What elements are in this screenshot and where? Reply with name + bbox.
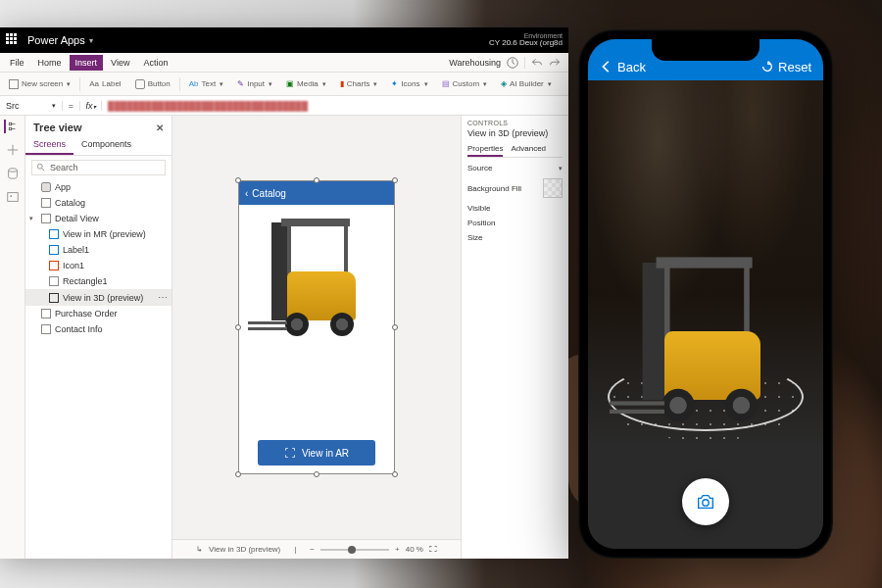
- ar-forklift-model[interactable]: [623, 249, 788, 427]
- app-launcher-icon[interactable]: [6, 33, 20, 47]
- tree-view-icon[interactable]: [4, 120, 18, 133]
- tree-node-mr[interactable]: View in MR (preview): [25, 226, 172, 242]
- formula-value[interactable]: ████████████████████████████████: [102, 101, 568, 111]
- label-button[interactable]: AaLabel: [84, 76, 125, 91]
- tree-node-3d[interactable]: View in 3D (preview)⋯: [25, 289, 172, 306]
- prop-bgfill[interactable]: Background Fill: [467, 178, 563, 198]
- svg-rect-0: [9, 122, 12, 125]
- menu-file[interactable]: File: [4, 55, 30, 71]
- tab-components[interactable]: Components: [74, 135, 139, 155]
- phone-mockup: Back Reset: [578, 29, 833, 559]
- title-bar: Power Apps ▾ Environment CY 20.6 Deux (o…: [0, 27, 568, 53]
- menu-action[interactable]: Action: [137, 55, 173, 71]
- aibuilder-dropdown[interactable]: ◈AI Builder▾: [496, 76, 557, 91]
- charts-dropdown[interactable]: ▮Charts▾: [335, 76, 383, 91]
- fx-label: fx▾: [80, 101, 102, 111]
- properties-pane: CONTROLS View in 3D (preview) Properties…: [461, 116, 568, 559]
- prop-position[interactable]: Position: [467, 219, 563, 227]
- prop-visible[interactable]: Visible: [467, 204, 563, 213]
- tree-node-catalog[interactable]: Catalog: [25, 195, 172, 211]
- tab-screens[interactable]: Screens: [25, 135, 74, 155]
- text-dropdown[interactable]: AbText▾: [184, 76, 228, 91]
- tab-properties[interactable]: Properties: [467, 142, 503, 157]
- formula-bar: Src▾ = fx▾ █████████████████████████████…: [0, 96, 568, 116]
- tree-node-detailview[interactable]: ▾Detail View: [25, 211, 172, 226]
- zoom-slider[interactable]: [320, 549, 389, 551]
- preview-title: Catalog: [252, 188, 285, 199]
- data-icon[interactable]: [6, 167, 20, 180]
- svg-point-5: [37, 164, 42, 169]
- back-chevron-icon[interactable]: ‹: [245, 188, 248, 199]
- redo-icon[interactable]: [549, 57, 561, 69]
- left-rail: [0, 116, 25, 559]
- canvas-area: ‹ Catalog View in AR: [172, 116, 461, 559]
- property-selector[interactable]: Src▾: [0, 101, 63, 111]
- reset-icon: [760, 60, 774, 74]
- search-icon: [36, 163, 46, 172]
- tree-node-po[interactable]: Purchase Order: [25, 306, 172, 321]
- zoom-value: 40 %: [406, 545, 423, 554]
- button-button[interactable]: Button: [130, 76, 175, 92]
- app-title: Warehousing: [449, 58, 501, 68]
- undo-icon[interactable]: [531, 57, 543, 69]
- icons-dropdown[interactable]: ✦Icons▾: [386, 76, 432, 91]
- back-button[interactable]: Back: [600, 60, 646, 74]
- camera-icon: [695, 491, 716, 513]
- svg-point-6: [703, 500, 709, 506]
- powerapps-studio-window: Power Apps ▾ Environment CY 20.6 Deux (o…: [0, 27, 568, 559]
- tree-node-rect1[interactable]: Rectangle1: [25, 273, 172, 289]
- zoom-out-button[interactable]: −: [310, 545, 315, 554]
- tree-node-icon1[interactable]: Icon1: [25, 258, 172, 273]
- more-icon[interactable]: ⋯: [158, 292, 168, 303]
- phone-notch: [652, 39, 760, 61]
- tree-view-pane: Tree view ✕ Screens Components Search Ap…: [25, 116, 172, 559]
- custom-dropdown[interactable]: ▤Custom▾: [437, 76, 493, 91]
- arrow-left-icon: [600, 60, 613, 74]
- media-dropdown[interactable]: ▣Media▾: [281, 76, 331, 91]
- controls-label: CONTROLS: [467, 120, 563, 126]
- chevron-down-icon[interactable]: ▾: [89, 36, 93, 45]
- insert-ribbon: New screen▾ AaLabel Button AbText▾ ✎Inpu…: [0, 73, 568, 96]
- menu-home[interactable]: Home: [32, 55, 68, 71]
- ar-icon: [284, 447, 296, 459]
- media-pane-icon[interactable]: [6, 190, 20, 204]
- insert-pane-icon[interactable]: [6, 143, 20, 157]
- app-name: Power Apps: [27, 34, 85, 46]
- shutter-button[interactable]: [682, 478, 729, 525]
- tree-node-contact[interactable]: Contact Info: [25, 321, 172, 337]
- menu-view[interactable]: View: [105, 55, 135, 71]
- menu-bar: File Home Insert View Action Warehousing: [0, 53, 568, 73]
- new-screen-button[interactable]: New screen▾: [4, 76, 75, 92]
- svg-point-4: [10, 195, 12, 197]
- svg-rect-3: [7, 193, 18, 202]
- preview-device[interactable]: ‹ Catalog View in AR: [238, 180, 395, 474]
- reset-button[interactable]: Reset: [760, 60, 811, 74]
- tree-view-title: Tree view: [33, 122, 82, 133]
- environment-picker[interactable]: Environment CY 20.6 Deux (org8d: [489, 32, 563, 48]
- environment-name: CY 20.6 Deux (org8d: [489, 39, 563, 48]
- canvas-statusbar: ↳ View in 3D (preview) | − + 40 % ⛶: [172, 539, 461, 559]
- prop-source[interactable]: Source▾: [467, 164, 563, 172]
- preview-appbar: ‹ Catalog: [239, 181, 394, 205]
- environment-label: Environment: [489, 32, 563, 40]
- search-input[interactable]: Search: [31, 160, 166, 175]
- input-dropdown[interactable]: ✎Input▾: [232, 76, 277, 91]
- view-in-ar-button[interactable]: View in AR: [258, 440, 375, 466]
- color-swatch[interactable]: [543, 178, 563, 198]
- selected-control-name: View in 3D (preview): [467, 128, 563, 138]
- zoom-in-button[interactable]: +: [395, 545, 400, 554]
- fit-icon[interactable]: ⛶: [429, 545, 437, 554]
- phone-screen: Back Reset: [588, 39, 823, 549]
- selection-name[interactable]: View in 3D (preview): [209, 545, 280, 554]
- close-icon[interactable]: ✕: [156, 122, 164, 133]
- forklift-3d-model[interactable]: [258, 213, 375, 340]
- breadcrumb-icon[interactable]: ↳: [196, 545, 203, 554]
- prop-size[interactable]: Size: [467, 233, 563, 242]
- checker-icon[interactable]: [507, 57, 518, 69]
- tree-node-label1[interactable]: Label1: [25, 242, 172, 258]
- menu-insert[interactable]: Insert: [70, 55, 104, 71]
- equals-sign: =: [63, 101, 80, 111]
- tree-node-app[interactable]: App: [25, 179, 172, 195]
- svg-point-2: [8, 169, 17, 172]
- tab-advanced[interactable]: Advanced: [511, 142, 546, 157]
